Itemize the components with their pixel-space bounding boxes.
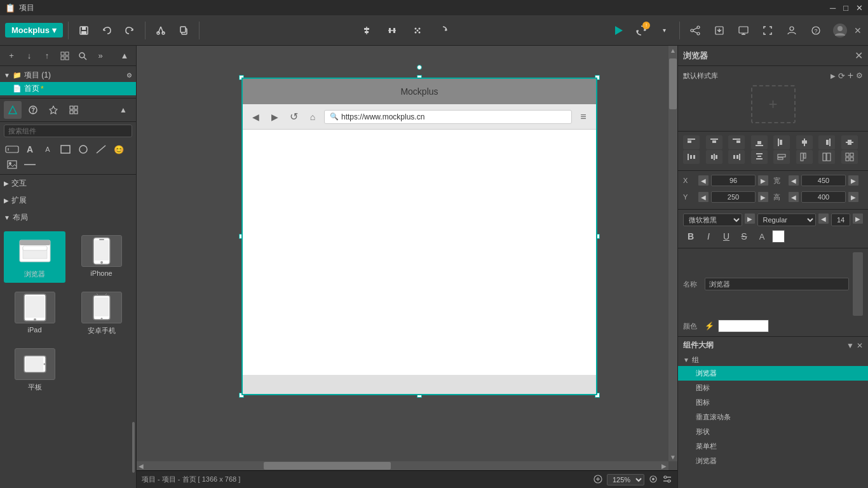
align-tool[interactable] [356, 20, 377, 41]
comp-tab-custom[interactable] [65, 101, 83, 119]
rp-font-style[interactable]: Regular [757, 214, 817, 226]
rp-h-input[interactable] [801, 191, 846, 203]
outline-group-item[interactable]: ▼ 组 [678, 354, 868, 366]
dist-h-left[interactable] [683, 150, 700, 164]
dist-h-right[interactable] [728, 150, 745, 164]
vscroll-up[interactable]: ▲ [668, 46, 677, 55]
hscroll-right[interactable]: ▶ [660, 461, 668, 470]
account-button[interactable] [782, 20, 802, 41]
vscroll-down[interactable]: ▼ [668, 452, 677, 461]
layout-item-android[interactable]: 安卓手机 [71, 288, 132, 339]
input-shape-btn[interactable] [4, 142, 20, 156]
emoji-shape-btn[interactable]: 😊 [111, 142, 127, 156]
save-button[interactable] [74, 20, 94, 41]
align-same-h[interactable] [796, 150, 813, 164]
align-middle[interactable] [841, 135, 858, 149]
canvas-vscrollbar[interactable]: ▲ ▼ [668, 46, 677, 461]
outline-close[interactable]: ✕ [857, 341, 863, 350]
label-shape-btn[interactable]: A [39, 142, 56, 156]
comp-tab-common[interactable] [24, 101, 42, 119]
align-same-w[interactable] [773, 150, 790, 164]
category-interactive[interactable]: ▶ 交互 [0, 175, 136, 192]
comp-tab-star[interactable] [44, 101, 62, 119]
rp-style-placeholder[interactable]: + [751, 85, 796, 123]
align-top-right[interactable] [728, 135, 745, 149]
rp-italic-btn[interactable]: I [701, 229, 716, 244]
outline-item-icon2[interactable]: 图标 [678, 395, 868, 410]
category-extend[interactable]: ▶ 扩展 [0, 192, 136, 209]
outline-item-shape[interactable]: 形状 [678, 424, 868, 439]
outline-item-browser2[interactable]: 浏览器 [678, 454, 868, 468]
rp-font-size-dec[interactable]: ◀ [818, 214, 829, 224]
rp-h-dec[interactable]: ◀ [789, 192, 799, 202]
rp-name-field[interactable] [705, 278, 849, 290]
rp-font-color-icon[interactable]: A [754, 229, 770, 244]
rp-font-expand[interactable]: ▶ [745, 214, 755, 224]
layout-item-ipad[interactable]: iPad [4, 288, 65, 339]
browser-url-bar[interactable]: 🔍 https://www.mockplus.cn [324, 110, 572, 124]
rp-y-dec[interactable]: ◀ [698, 192, 709, 202]
grid-tool[interactable] [407, 20, 428, 41]
comp-tab-basic[interactable] [4, 101, 22, 119]
layout-item-tablet[interactable]: 平板 [4, 344, 65, 396]
handle-rotate[interactable] [417, 65, 422, 70]
hscroll-thumb[interactable] [264, 462, 391, 470]
rect-shape-btn[interactable] [57, 142, 74, 156]
vscroll-thumb[interactable] [669, 58, 677, 109]
export-button[interactable] [709, 20, 729, 41]
rp-underline-btn[interactable]: U [719, 229, 734, 244]
rp-library-refresh[interactable]: ⟳ [838, 71, 845, 81]
settings-mode-button[interactable] [662, 474, 672, 485]
dist-h-center[interactable] [706, 150, 722, 164]
outline-collapse[interactable]: ▼ [846, 341, 854, 350]
align-left[interactable] [773, 135, 790, 149]
rp-bg-color-box[interactable] [718, 320, 769, 332]
collapse-button[interactable]: ▲ [117, 48, 132, 64]
more-pages-button[interactable]: » [93, 48, 108, 64]
copy-button[interactable] [173, 20, 194, 41]
align-top-left[interactable] [683, 135, 700, 149]
close-window-button[interactable]: ✕ [856, 3, 863, 13]
rp-w-dec[interactable]: ◀ [789, 175, 799, 186]
help-button[interactable]: ? [806, 20, 826, 41]
avatar-button[interactable] [830, 20, 850, 41]
align-center[interactable] [796, 135, 813, 149]
browser-component[interactable]: Mockplus ◀ ▶ ↺ ⌂ 🔍 https://www.mockplus.… [241, 78, 597, 395]
align-same-wh[interactable] [818, 150, 835, 164]
align-grid-tool[interactable] [841, 150, 858, 164]
rotate-tool[interactable] [433, 20, 453, 41]
sync-menu[interactable]: ▾ [654, 20, 674, 41]
rp-h-inc[interactable]: ▶ [848, 192, 858, 202]
browser-forward[interactable]: ▶ [267, 109, 282, 125]
redo-button[interactable] [119, 20, 140, 41]
rp-library-settings[interactable]: ⚙ [856, 71, 863, 80]
category-layout[interactable]: ▼ 布局 [0, 209, 136, 226]
rp-library-add[interactable]: + [848, 70, 853, 81]
fit-button[interactable] [593, 474, 603, 485]
hscroll-left[interactable]: ◀ [137, 461, 146, 470]
line-shape-btn[interactable] [93, 142, 109, 156]
main-close-button[interactable]: ✕ [853, 25, 863, 36]
add-page-button[interactable]: + [4, 48, 19, 64]
layout-item-iphone[interactable]: iPhone [71, 231, 132, 283]
move-up-button[interactable]: ↑ [39, 48, 55, 64]
rp-bold-btn[interactable]: B [683, 229, 698, 244]
sync-button[interactable]: ! [631, 20, 651, 41]
browser-refresh[interactable]: ↺ [286, 109, 301, 125]
play-button[interactable] [608, 20, 628, 41]
text-shape-btn[interactable]: A [22, 142, 38, 156]
rp-w-input[interactable] [801, 175, 846, 186]
outline-item-browser[interactable]: 浏览器 [678, 366, 868, 381]
undo-button[interactable] [97, 20, 117, 41]
browser-menu[interactable]: ≡ [576, 109, 591, 125]
minimize-button[interactable]: ─ [830, 3, 836, 13]
image-shape-btn[interactable] [4, 158, 20, 172]
browser-back[interactable]: ◀ [248, 109, 263, 125]
rp-w-inc[interactable]: ▶ [848, 175, 858, 186]
circle-shape-btn[interactable] [75, 142, 92, 156]
cut-button[interactable] [151, 20, 171, 41]
rp-x-input[interactable] [711, 175, 756, 186]
rp-x-dec[interactable]: ◀ [698, 175, 709, 186]
align-top-center[interactable] [706, 135, 722, 149]
outline-item-icon1[interactable]: 图标 [678, 381, 868, 395]
